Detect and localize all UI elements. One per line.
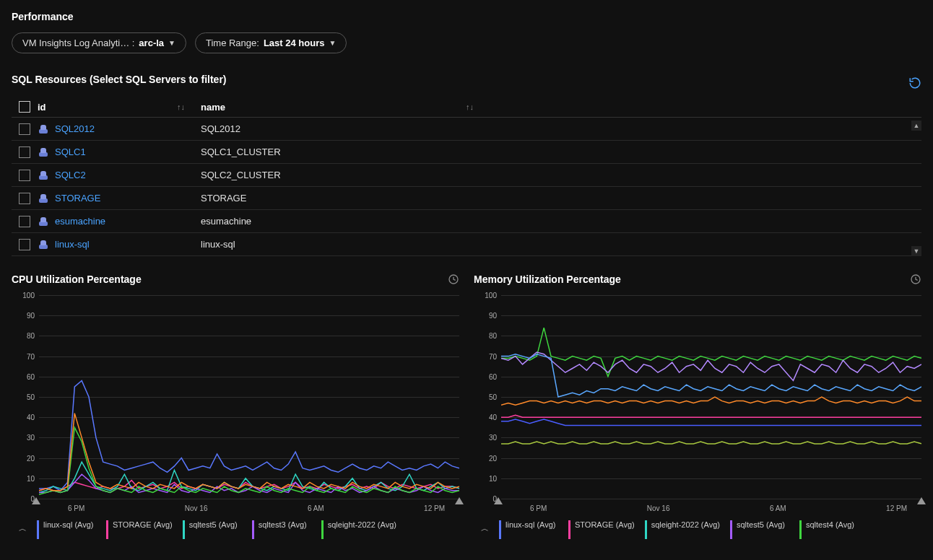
memory-chart-title: Memory Utilization Percentage (474, 274, 621, 285)
y-tick: 70 (12, 352, 35, 360)
y-tick: 50 (474, 393, 497, 401)
refresh-icon[interactable] (908, 76, 921, 89)
gridline (39, 499, 459, 499)
y-tick: 70 (474, 352, 497, 360)
legend-value (328, 529, 396, 539)
legend-item[interactable]: sqleight-2022 (Avg) (321, 520, 396, 539)
y-tick: 10 (474, 474, 497, 482)
resource-name: SQLC2_CLUSTER (201, 170, 490, 180)
chart-series (501, 397, 921, 405)
chart-series (39, 380, 459, 490)
y-tick: 60 (12, 372, 35, 380)
resource-link[interactable]: STORAGE (55, 193, 100, 204)
y-tick: 30 (474, 434, 497, 442)
resource-name: SQLC1_CLUSTER (201, 146, 490, 157)
workspace-filter-label: VM Insights Log Analyti… : (22, 38, 134, 48)
resource-name: esumachine (201, 216, 490, 227)
y-tick: 50 (12, 393, 35, 401)
legend-label: STORAGE (Avg) (575, 520, 635, 529)
x-tick: Nov 16 (647, 504, 670, 516)
x-tick: Nov 16 (185, 504, 208, 516)
workspace-filter-value: arc-la (139, 38, 164, 48)
server-icon (38, 146, 49, 158)
legend-label: sqltest5 (Avg) (737, 520, 789, 529)
y-tick: 40 (474, 414, 497, 421)
legend-expand-icon[interactable]: ︿ (481, 520, 489, 534)
scroll-down-arrow[interactable]: ▼ (911, 246, 921, 256)
y-tick: 30 (12, 434, 35, 442)
column-id-header[interactable]: id (38, 102, 46, 113)
legend-label: sqltest5 (Avg) (189, 520, 242, 529)
server-icon (38, 216, 49, 227)
memory-chart[interactable]: 01020304050607080901006 PMNov 166 AM12 P… (474, 292, 921, 516)
select-all-checkbox[interactable] (19, 101, 30, 113)
legend-item[interactable]: sqltest5 (Avg) (183, 520, 242, 539)
chevron-down-icon: ▼ (168, 39, 175, 47)
cpu-legend: ︿linux-sql (Avg)STORAGE (Avg)sqltest5 (A… (12, 516, 459, 539)
legend-item[interactable]: linux-sql (Avg) (499, 520, 558, 539)
legend-item[interactable]: STORAGE (Avg) (568, 520, 635, 539)
legend-item[interactable]: sqltest3 (Avg) (252, 520, 311, 539)
table-header: id ↑↓ name ↑↓ (12, 97, 921, 118)
table-row: SQLC1SQLC1_CLUSTER (12, 141, 921, 164)
legend-label: sqleight-2022 (Avg) (651, 520, 720, 529)
workspace-filter[interactable]: VM Insights Log Analyti… : arc-la ▼ (12, 32, 186, 53)
resource-link[interactable]: SQL2012 (55, 123, 95, 134)
column-name-header[interactable]: name (201, 102, 225, 113)
resource-name: SQL2012 (201, 123, 490, 134)
legend-item[interactable]: STORAGE (Avg) (106, 520, 173, 539)
y-tick: 10 (12, 474, 35, 482)
legend-value (651, 529, 720, 539)
scroll-up-arrow[interactable]: ▲ (911, 121, 921, 131)
memory-chart-panel: Memory Utilization Percentage 0102030405… (474, 274, 921, 539)
server-icon (38, 193, 49, 204)
legend-label: sqltest4 (Avg) (806, 520, 859, 529)
server-icon (38, 170, 49, 181)
page-title: Performance (12, 11, 921, 22)
y-tick: 20 (12, 454, 35, 462)
filter-row: VM Insights Log Analyti… : arc-la ▼ Time… (12, 32, 921, 53)
row-checkbox[interactable] (19, 216, 30, 227)
table-row: STORAGESTORAGE (12, 187, 921, 210)
chevron-down-icon: ▼ (329, 39, 336, 47)
sort-icon[interactable]: ↑↓ (177, 102, 185, 111)
legend-value (505, 529, 558, 539)
sort-icon[interactable]: ↑↓ (466, 102, 474, 111)
resource-name: linux-sql (201, 239, 490, 250)
x-tick: 6 AM (308, 504, 324, 516)
resource-link[interactable]: SQLC2 (55, 170, 86, 180)
resource-link[interactable]: linux-sql (55, 239, 90, 250)
legend-item[interactable]: linux-sql (Avg) (37, 520, 96, 539)
history-icon[interactable] (910, 274, 921, 285)
y-tick: 90 (474, 312, 497, 320)
row-checkbox[interactable] (19, 193, 30, 204)
row-checkbox[interactable] (19, 146, 30, 158)
row-checkbox[interactable] (19, 123, 30, 135)
legend-item[interactable]: sqltest4 (Avg) (799, 520, 859, 539)
y-tick: 90 (12, 312, 35, 320)
chart-series (501, 328, 921, 377)
row-checkbox[interactable] (19, 239, 30, 250)
resource-link[interactable]: esumachine (55, 216, 105, 227)
server-icon (38, 123, 49, 135)
legend-label: linux-sql (Avg) (43, 520, 96, 529)
gridline (501, 499, 921, 499)
y-tick: 100 (12, 292, 35, 299)
time-range-filter[interactable]: Time Range: Last 24 hours ▼ (195, 32, 347, 53)
table-row: linux-sqllinux-sql (12, 233, 921, 256)
resource-name: STORAGE (201, 193, 490, 204)
x-axis: 6 PMNov 166 AM12 PM (501, 502, 921, 516)
x-tick: 6 PM (68, 504, 84, 516)
legend-expand-icon[interactable]: ︿ (19, 520, 27, 534)
row-checkbox[interactable] (19, 170, 30, 181)
legend-value (575, 529, 635, 539)
y-tick: 60 (474, 372, 497, 380)
legend-item[interactable]: sqleight-2022 (Avg) (645, 520, 720, 539)
history-icon[interactable] (448, 274, 459, 285)
legend-item[interactable]: sqltest5 (Avg) (730, 520, 789, 539)
resource-link[interactable]: SQLC1 (55, 146, 86, 157)
cpu-chart[interactable]: 01020304050607080901006 PMNov 166 AM12 P… (12, 292, 459, 516)
cpu-chart-title: CPU Utilization Percentage (12, 274, 142, 285)
chart-series (501, 442, 921, 444)
y-tick: 80 (474, 332, 497, 340)
